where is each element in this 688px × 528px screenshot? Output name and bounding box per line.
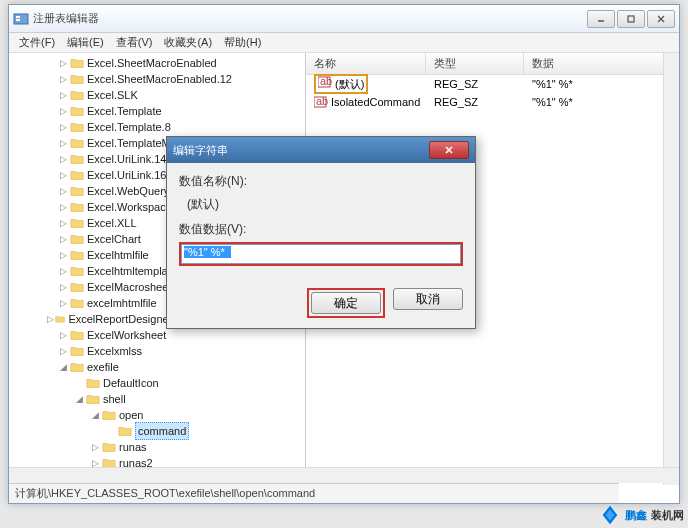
menu-file[interactable]: 文件(F) <box>13 33 61 52</box>
col-name[interactable]: 名称 <box>306 53 426 74</box>
tree-label: Excel.Template <box>87 103 162 119</box>
tree-label: Excelhtmltemplate <box>87 263 177 279</box>
svg-rect-2 <box>16 19 20 21</box>
expander-icon[interactable] <box>105 425 117 437</box>
value-data-label: 数值数据(V): <box>179 221 463 238</box>
tree-label: Excel.SheetMacroEnabled <box>87 55 217 71</box>
tree-item[interactable]: ▷Excel.SheetMacroEnabled <box>17 55 305 71</box>
tree-item[interactable]: ◢shell <box>17 391 305 407</box>
tree-label: Excel.XLL <box>87 215 137 231</box>
tree-item[interactable]: command <box>17 423 305 439</box>
tree-label: open <box>119 407 143 423</box>
menubar: 文件(F) 编辑(E) 查看(V) 收藏夹(A) 帮助(H) <box>9 33 679 53</box>
tree-item[interactable]: ▷Excel.SLK <box>17 87 305 103</box>
ok-button[interactable]: 确定 <box>311 292 381 314</box>
tree-item[interactable]: ◢open <box>17 407 305 423</box>
watermark-text-a: 鹏鑫 <box>625 508 647 523</box>
value-data: "%1" %* <box>528 78 577 90</box>
tree-label: ExcelChart <box>87 231 141 247</box>
list-row[interactable]: abIsolatedCommandREG_SZ"%1" %* <box>306 93 679 111</box>
window-title: 注册表编辑器 <box>33 11 587 26</box>
expander-icon[interactable]: ▷ <box>57 137 69 149</box>
tree-item[interactable]: ▷Excelxmlss <box>17 343 305 359</box>
watermark-text-b: 装机网 <box>651 508 684 523</box>
dialog-titlebar[interactable]: 编辑字符串 <box>167 137 475 163</box>
svg-rect-4 <box>628 16 634 22</box>
watermark-icon <box>599 504 621 526</box>
tree-label: Excel.SheetMacroEnabled.12 <box>87 71 232 87</box>
tree-label: ExcelWorksheet <box>87 327 166 343</box>
expander-icon[interactable]: ▷ <box>89 441 101 453</box>
value-name-text: (默认) <box>179 194 463 221</box>
tree-label: excelmhtmlfile <box>87 295 157 311</box>
close-button[interactable] <box>647 10 675 28</box>
expander-icon[interactable]: ▷ <box>57 345 69 357</box>
tree-label: Excel.UriLink.14 <box>87 151 166 167</box>
tree-label: exefile <box>87 359 119 375</box>
expander-icon[interactable]: ▷ <box>57 281 69 293</box>
expander-icon[interactable]: ▷ <box>57 249 69 261</box>
statusbar: 计算机\HKEY_CLASSES_ROOT\exefile\shell\open… <box>9 483 619 503</box>
expander-icon[interactable]: ▷ <box>57 121 69 133</box>
svg-text:ab: ab <box>316 96 328 107</box>
menu-edit[interactable]: 编辑(E) <box>61 33 110 52</box>
expander-icon[interactable] <box>73 377 85 389</box>
expander-icon[interactable]: ▷ <box>57 217 69 229</box>
expander-icon[interactable]: ▷ <box>57 297 69 309</box>
tree-label: Excel.Workspace <box>87 199 172 215</box>
expander-icon[interactable]: ▷ <box>57 201 69 213</box>
cancel-button[interactable]: 取消 <box>393 288 463 310</box>
list-vscroll[interactable] <box>663 53 679 485</box>
expander-icon[interactable]: ▷ <box>57 73 69 85</box>
svg-rect-1 <box>16 16 20 18</box>
value-name: (默认) <box>335 78 364 90</box>
list-header: 名称 类型 数据 <box>306 53 679 75</box>
dialog-close-button[interactable] <box>429 141 469 159</box>
tree-item[interactable]: ▷runas <box>17 439 305 455</box>
expander-icon[interactable]: ◢ <box>57 361 69 373</box>
tree-item[interactable]: ▷Excel.Template.8 <box>17 119 305 135</box>
watermark: 鹏鑫装机网 <box>599 504 684 526</box>
maximize-button[interactable] <box>617 10 645 28</box>
menu-view[interactable]: 查看(V) <box>110 33 159 52</box>
expander-icon[interactable]: ▷ <box>57 153 69 165</box>
expander-icon[interactable]: ▷ <box>46 313 55 325</box>
expander-icon[interactable]: ◢ <box>73 393 85 405</box>
tree-label: Excel.SLK <box>87 87 138 103</box>
tree-item[interactable]: ▷Excel.SheetMacroEnabled.12 <box>17 71 305 87</box>
value-data: "%1" %* <box>528 96 577 108</box>
expander-icon[interactable]: ▷ <box>57 105 69 117</box>
tree-label: shell <box>103 391 126 407</box>
expander-icon[interactable]: ▷ <box>57 89 69 101</box>
value-name-label: 数值名称(N): <box>179 173 463 190</box>
tree-label: Excelhtmlfile <box>87 247 149 263</box>
tree-label: Excel.WebQuery <box>87 183 169 199</box>
value-type: REG_SZ <box>430 78 528 90</box>
tree-hscroll[interactable] <box>9 467 306 483</box>
dialog-title: 编辑字符串 <box>173 143 429 158</box>
expander-icon[interactable]: ▷ <box>57 233 69 245</box>
menu-help[interactable]: 帮助(H) <box>218 33 267 52</box>
expander-icon[interactable]: ◢ <box>89 409 101 421</box>
minimize-button[interactable] <box>587 10 615 28</box>
col-data[interactable]: 数据 <box>524 53 679 74</box>
list-hscroll[interactable] <box>306 467 679 483</box>
tree-item[interactable]: ▷Excel.Template <box>17 103 305 119</box>
expander-icon[interactable]: ▷ <box>57 329 69 341</box>
tree-item[interactable]: DefaultIcon <box>17 375 305 391</box>
tree-label: command <box>135 422 189 440</box>
svg-text:ab: ab <box>320 76 332 87</box>
expander-icon[interactable]: ▷ <box>57 57 69 69</box>
value-data-input[interactable]: "%1" %* <box>181 244 461 264</box>
tree-label: Excel.Template.8 <box>87 119 171 135</box>
menu-favorites[interactable]: 收藏夹(A) <box>158 33 218 52</box>
list-row[interactable]: ab(默认)REG_SZ"%1" %* <box>306 75 679 93</box>
titlebar[interactable]: 注册表编辑器 <box>9 5 679 33</box>
expander-icon[interactable]: ▷ <box>57 185 69 197</box>
tree-label: DefaultIcon <box>103 375 159 391</box>
col-type[interactable]: 类型 <box>426 53 524 74</box>
tree-item[interactable]: ▷ExcelWorksheet <box>17 327 305 343</box>
expander-icon[interactable]: ▷ <box>57 169 69 181</box>
tree-item[interactable]: ◢exefile <box>17 359 305 375</box>
expander-icon[interactable]: ▷ <box>57 265 69 277</box>
